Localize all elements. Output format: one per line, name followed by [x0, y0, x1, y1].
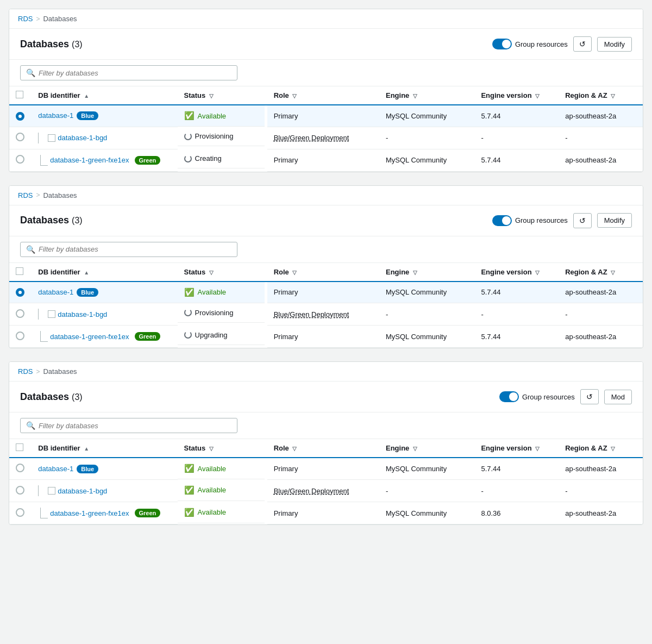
row-radio[interactable]: [16, 288, 24, 297]
radio-cell[interactable]: [9, 282, 32, 303]
tree-line-v: [38, 133, 46, 143]
status-header[interactable]: Status ▽: [178, 439, 267, 458]
search-icon: 🔍: [26, 68, 35, 77]
db-cell[interactable]: database-1-bgd: [32, 480, 177, 502]
status-cell: ✅Available: [178, 458, 265, 479]
select-all-checkbox[interactable]: [16, 443, 23, 451]
refresh-button[interactable]: ↺: [573, 213, 592, 228]
engine-text: -: [386, 310, 388, 318]
db-identifier-link[interactable]: database-1-bgd: [58, 310, 107, 318]
select-all-checkbox[interactable]: [16, 267, 23, 275]
modify-button[interactable]: Modify: [597, 213, 632, 228]
modify-button[interactable]: Modify: [597, 37, 632, 52]
group-resources-toggle[interactable]: Group resources: [499, 391, 575, 402]
db-identifier-link[interactable]: database-1: [38, 465, 73, 473]
radio-cell[interactable]: [9, 326, 32, 348]
search-input-wrapper[interactable]: 🔍: [20, 418, 237, 433]
row-radio[interactable]: [16, 508, 24, 517]
search-input[interactable]: [39, 245, 231, 253]
search-input-wrapper[interactable]: 🔍: [20, 65, 237, 80]
row-radio[interactable]: [16, 486, 24, 495]
row-radio[interactable]: [16, 112, 24, 121]
refresh-button[interactable]: ↺: [580, 389, 599, 404]
radio-cell[interactable]: [9, 149, 32, 171]
group-resources-toggle[interactable]: Group resources: [492, 39, 568, 49]
toggle-switch[interactable]: [492, 215, 512, 226]
modify-button[interactable]: Mod: [604, 390, 632, 404]
db-identifier-link[interactable]: database-1: [38, 111, 73, 120]
db-identifier-header[interactable]: DB identifier ▲: [32, 263, 177, 282]
region-cell: -: [559, 127, 643, 149]
role-header[interactable]: Role ▽: [267, 86, 379, 105]
db-identifier-link[interactable]: database-1-bgd: [58, 134, 107, 142]
search-input[interactable]: [39, 69, 231, 77]
engine-header[interactable]: Engine ▽: [379, 439, 474, 458]
breadcrumb-rds[interactable]: RDS: [18, 191, 33, 199]
breadcrumb-sep: >: [36, 191, 40, 199]
db-cell[interactable]: database-1-green-fxe1ex Green: [32, 149, 177, 171]
db-identifier-link[interactable]: database-1-green-fxe1ex: [50, 509, 129, 517]
panel-title-text: Databases (3): [20, 391, 83, 402]
refresh-button[interactable]: ↺: [573, 36, 592, 52]
radio-cell[interactable]: [9, 502, 32, 524]
radio-cell[interactable]: [9, 303, 32, 326]
sort-desc-icon: ▽: [535, 446, 540, 452]
db-cell[interactable]: database-1-bgd: [32, 303, 177, 326]
db-cell[interactable]: database-1-green-fxe1ex Green: [32, 326, 177, 348]
expand-checkbox[interactable]: [48, 310, 55, 318]
group-resources-label: Group resources: [515, 40, 568, 48]
expand-checkbox[interactable]: [48, 487, 55, 495]
search-input[interactable]: [39, 422, 231, 430]
version-text: -: [481, 487, 483, 495]
db-cell[interactable]: database-1Blue: [32, 282, 177, 303]
toggle-switch[interactable]: [492, 39, 512, 49]
status-header[interactable]: Status ▽: [178, 263, 267, 282]
breadcrumb-rds[interactable]: RDS: [18, 367, 33, 376]
breadcrumb: RDS > Databases: [9, 9, 643, 29]
row-radio[interactable]: [16, 332, 24, 340]
db-identifier-header[interactable]: DB identifier ▲: [32, 439, 177, 458]
role-header[interactable]: Role ▽: [267, 439, 379, 458]
row-radio[interactable]: [16, 155, 24, 164]
engine-version-header[interactable]: Engine version ▽: [474, 86, 559, 105]
radio-cell[interactable]: [9, 480, 32, 502]
toggle-switch[interactable]: [499, 391, 519, 402]
header-actions: Group resources ↺ Modify: [492, 213, 632, 228]
db-identifier-header[interactable]: DB identifier ▲: [32, 86, 177, 105]
db-identifier-link[interactable]: database-1: [38, 288, 73, 296]
sort-desc-icon: ▽: [611, 446, 615, 452]
region-az-header[interactable]: Region & AZ ▽: [559, 86, 643, 105]
role-text: Blue/Green Deployment: [274, 310, 349, 318]
db-identifier-link[interactable]: database-1-green-fxe1ex: [50, 333, 129, 341]
radio-cell[interactable]: [9, 127, 32, 149]
region-az-header[interactable]: Region & AZ ▽: [559, 439, 643, 458]
row-radio[interactable]: [16, 133, 24, 141]
status-header[interactable]: Status ▽: [178, 86, 267, 105]
expand-checkbox[interactable]: [48, 134, 55, 142]
region-text: ap-southeast-2a: [565, 509, 616, 517]
region-cell: ap-southeast-2a: [559, 105, 643, 127]
search-input-wrapper[interactable]: 🔍: [20, 242, 237, 257]
engine-version-header[interactable]: Engine version ▽: [474, 439, 559, 458]
engine-header[interactable]: Engine ▽: [379, 263, 474, 282]
db-identifier-link[interactable]: database-1-green-fxe1ex: [50, 156, 129, 164]
select-column-header: [9, 263, 32, 282]
engine-header[interactable]: Engine ▽: [379, 86, 474, 105]
row-radio[interactable]: [16, 464, 24, 472]
select-all-checkbox[interactable]: [16, 91, 23, 98]
radio-cell[interactable]: [9, 458, 32, 480]
row-radio[interactable]: [16, 309, 24, 318]
radio-cell[interactable]: [9, 105, 32, 127]
role-header[interactable]: Role ▽: [267, 263, 379, 282]
engine-version-header[interactable]: Engine version ▽: [474, 263, 559, 282]
breadcrumb-rds[interactable]: RDS: [18, 15, 33, 23]
db-cell[interactable]: database-1Blue: [32, 458, 177, 480]
db-cell[interactable]: database-1-bgd: [32, 127, 177, 149]
status-text: Available: [198, 486, 227, 494]
db-cell[interactable]: database-1Blue: [32, 105, 177, 127]
db-cell[interactable]: database-1-green-fxe1ex Green: [32, 502, 177, 524]
db-badge: Blue: [77, 111, 98, 120]
db-identifier-link[interactable]: database-1-bgd: [58, 487, 107, 495]
region-az-header[interactable]: Region & AZ ▽: [559, 263, 643, 282]
group-resources-toggle[interactable]: Group resources: [492, 215, 568, 226]
